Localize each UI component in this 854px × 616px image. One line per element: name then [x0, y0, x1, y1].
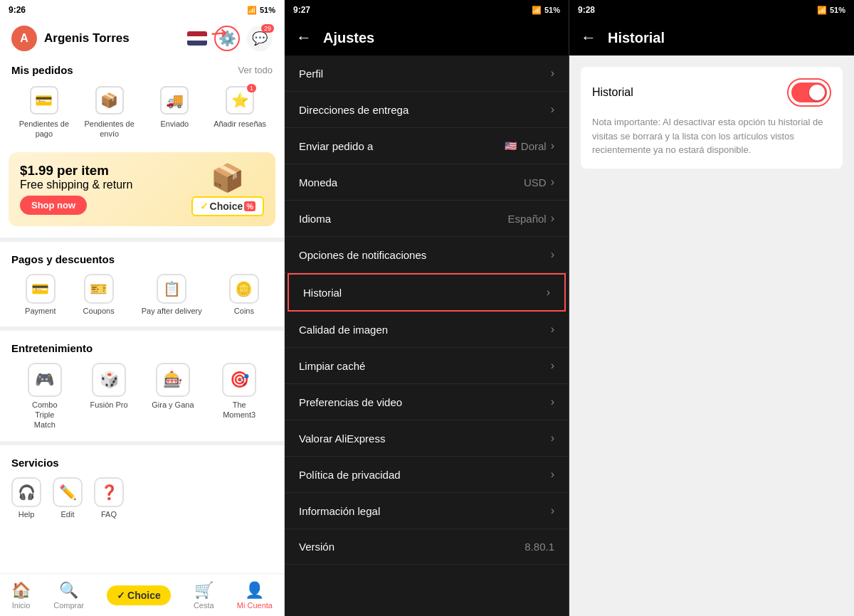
settings-privacidad[interactable]: Política de privacidad ›	[285, 457, 569, 493]
nav-inicio[interactable]: 🏠 Inicio	[11, 581, 31, 610]
choice-nav-button[interactable]: ✓ Choice	[107, 585, 171, 605]
nav-cesta[interactable]: 🛒 Cesta	[194, 581, 214, 610]
moment3-icon: 🎯	[222, 363, 256, 397]
status-icons-2: 📶 51%	[532, 6, 560, 15]
settings-video[interactable]: Preferencias de video ›	[285, 384, 569, 420]
settings-version: Versión 8.80.1	[285, 529, 569, 565]
edit-label: Edit	[61, 510, 75, 519]
battery-1: 51%	[260, 6, 275, 14]
time-3: 9:28	[578, 5, 595, 15]
settings-perfil[interactable]: Perfil ›	[285, 55, 569, 92]
pedidos-section-header: Mis pedidos Ver todo	[0, 57, 284, 80]
divider-1	[0, 238, 284, 242]
nav-comprar[interactable]: 🔍 Comprar	[53, 581, 84, 610]
status-bar-2: 9:27 📶 51%	[285, 0, 569, 20]
moneda-label: Moneda	[299, 176, 337, 188]
enviar-city: Doral	[521, 140, 547, 152]
settings-list: Perfil › Direcciones de entrega › Enviar…	[285, 55, 569, 616]
fusion-pro-label: Fusión Pro	[90, 400, 127, 410]
settings-calidad[interactable]: Calidad de imagen ›	[285, 312, 569, 348]
enviar-value: 🇺🇸 Doral ›	[505, 139, 554, 152]
legal-label: Información legal	[299, 505, 380, 517]
pay-after-icon: 📋	[157, 274, 186, 304]
gira-gana-item[interactable]: 🎰 Gira y Gana	[152, 363, 194, 430]
chevron-legal: ›	[551, 504, 554, 517]
privacidad-label: Política de privacidad	[299, 469, 401, 481]
settings-idioma[interactable]: Idioma Español ›	[285, 201, 569, 237]
time-2: 9:27	[293, 5, 310, 15]
promo-price: $1.99 per item	[20, 163, 132, 179]
flag-icon[interactable]	[187, 31, 207, 46]
ver-todo-link[interactable]: Ver todo	[238, 65, 273, 75]
payment-label: Payment	[25, 307, 56, 315]
moment3-item[interactable]: 🎯 The Moment3	[218, 363, 260, 430]
historial-card: Historial Nota importante: Al desactivar…	[581, 67, 843, 169]
settings-cache[interactable]: Limpiar caché ›	[285, 348, 569, 384]
nav-micuenta[interactable]: 👤 Mi Cuenta	[237, 581, 273, 610]
perfil-label: Perfil	[299, 68, 323, 80]
order-shipped[interactable]: 🚚 Enviado	[142, 86, 208, 139]
pedidos-title: Mis pedidos	[11, 64, 73, 76]
idioma-value: Español ›	[507, 212, 554, 225]
settings-moneda[interactable]: Moneda USD ›	[285, 164, 569, 201]
help-icon: 🎧	[11, 477, 41, 507]
settings-legal[interactable]: Información legal ›	[285, 493, 569, 529]
historial-back-button[interactable]: ←	[581, 28, 596, 47]
settings-historial[interactable]: Historial ›	[288, 273, 566, 312]
help-item[interactable]: 🎧 Help	[11, 477, 41, 519]
promo-shipping: Free shipping & return	[20, 179, 132, 191]
shop-now-button[interactable]: Shop now	[20, 196, 87, 215]
order-reviews[interactable]: ⭐ 1 Añadir reseñas	[207, 86, 273, 139]
nota-text: Nota importante: Al desactivar esta opci…	[592, 115, 831, 157]
home-icon: 🏠	[11, 581, 31, 600]
order-pending-payment[interactable]: 💳 Pendientes de pago	[11, 86, 77, 139]
pagos-title: Pagos y descuentos	[11, 253, 115, 265]
combo-triple-item[interactable]: 🎮 Combo Triple Match	[23, 363, 66, 430]
settings-valorar[interactable]: Valorar AliExpress ›	[285, 420, 569, 457]
account-icon: 👤	[245, 581, 264, 600]
promo-text: $1.99 per item Free shipping & return Sh…	[20, 163, 132, 215]
review-badge: 1	[247, 84, 256, 92]
nav-comprar-label: Comprar	[53, 601, 84, 610]
nav-choice[interactable]: ✓ Choice	[107, 585, 171, 605]
fusion-pro-item[interactable]: 🎲 Fusión Pro	[90, 363, 127, 430]
faq-icon: ❓	[94, 477, 124, 507]
nav-inicio-label: Inicio	[12, 601, 31, 610]
panel-historial: 9:28 📶 51% ← Historial Historial N	[569, 0, 854, 616]
calidad-label: Calidad de imagen	[299, 324, 388, 336]
pagos-grid: 💳 Payment 🎫 Coupons 📋 Pay after delivery…	[0, 270, 284, 322]
help-label: Help	[19, 510, 35, 519]
historial-card-label: Historial	[592, 86, 633, 99]
user-info: A Argenis Torres	[11, 26, 130, 51]
history-toggle[interactable]	[791, 83, 827, 102]
payment-item[interactable]: 💳 Payment	[25, 274, 56, 315]
chevron-historial: ›	[547, 286, 550, 299]
coins-label: Coins	[234, 307, 254, 315]
servicios-grid: 🎧 Help ✏️ Edit ❓ FAQ	[0, 473, 284, 524]
chevron-perfil: ›	[551, 67, 554, 80]
nav-micuenta-label: Mi Cuenta	[237, 601, 273, 610]
divider-3	[0, 441, 284, 445]
shipped-label: Enviado	[160, 119, 189, 129]
chevron-direcciones: ›	[551, 103, 554, 116]
settings-enviar[interactable]: Enviar pedido a 🇺🇸 Doral ›	[285, 128, 569, 164]
signal-icon: 📶	[247, 6, 257, 15]
historial-menu-label: Historial	[303, 287, 342, 299]
top-nav: A Argenis Torres ⚙️ 💬 29	[0, 20, 284, 57]
order-pending-shipping[interactable]: 📦 Pendientes de envío	[77, 86, 142, 139]
back-button[interactable]: ←	[296, 28, 312, 47]
idioma-label: Idioma	[299, 213, 331, 225]
historial-header: ← Historial	[569, 20, 854, 55]
historial-content: Historial Nota importante: Al desactivar…	[569, 55, 854, 616]
coins-item[interactable]: 🪙 Coins	[229, 274, 259, 315]
settings-notif[interactable]: Opciones de notificaciones ›	[285, 237, 569, 273]
time-1: 9:26	[9, 5, 26, 15]
edit-item[interactable]: ✏️ Edit	[53, 477, 83, 519]
ajustes-header: ← Ajustes	[285, 20, 569, 55]
message-button[interactable]: 💬 29	[247, 26, 273, 51]
settings-direcciones[interactable]: Direcciones de entrega ›	[285, 92, 569, 128]
coupons-item[interactable]: 🎫 Coupons	[83, 274, 115, 315]
pay-after-item[interactable]: 📋 Pay after delivery	[142, 274, 202, 315]
faq-item[interactable]: ❓ FAQ	[94, 477, 124, 519]
ent-title: Entretenimiento	[11, 342, 93, 354]
